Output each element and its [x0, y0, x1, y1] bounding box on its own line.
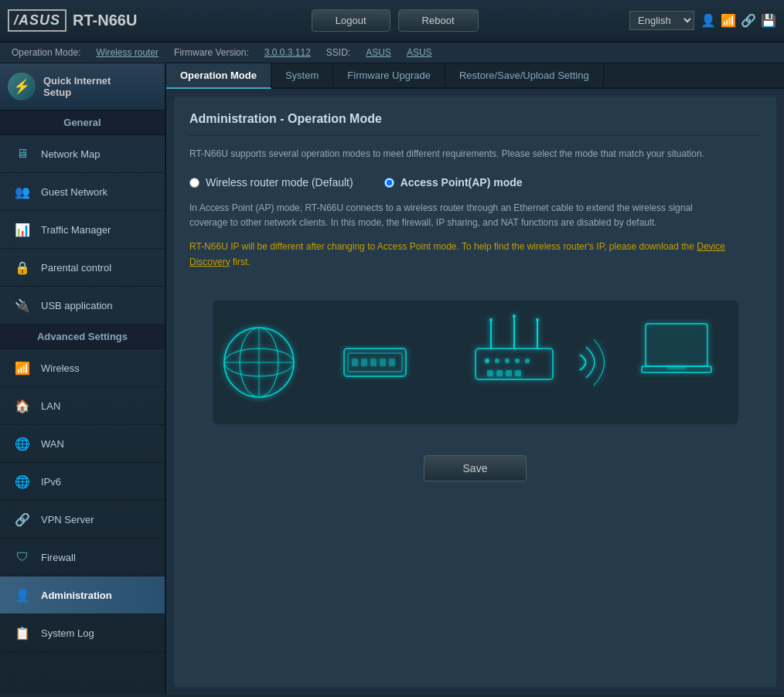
status-bar: Operation Mode: Wireless router Firmware…	[0, 42, 784, 63]
usb-application-icon: 🔌	[12, 294, 33, 316]
vpn-server-icon: 🔗	[12, 508, 33, 530]
sidebar-item-administration[interactable]: 👤 Administration	[0, 576, 165, 614]
sidebar-item-wireless[interactable]: 📶 Wireless	[0, 349, 165, 387]
svg-point-23	[495, 359, 499, 363]
logo-area: /ASUS RT-N66U	[8, 9, 137, 32]
wan-icon: 🌐	[12, 433, 33, 454]
ssid-label: SSID:	[326, 47, 350, 58]
tab-firmware-upgrade[interactable]: Firmware Upgrade	[333, 63, 445, 87]
sidebar-item-label: Parental control	[41, 262, 111, 274]
ssid-value2[interactable]: ASUS	[407, 47, 432, 58]
svg-point-20	[536, 318, 539, 321]
sidebar-item-traffic-manager[interactable]: 📊 Traffic Manager	[0, 211, 165, 249]
sidebar-item-label: Administration	[41, 590, 112, 601]
sidebar-item-network-map[interactable]: 🖥 Network Map	[0, 135, 165, 173]
sidebar-item-label: Wireless	[41, 362, 80, 374]
wireless-router-mode-radio[interactable]	[189, 178, 199, 188]
ap-mode-description: In Access Point (AP) mode, RT-N66U conne…	[189, 201, 731, 230]
sidebar-item-label: LAN	[41, 400, 60, 412]
operation-mode-value[interactable]: Wireless router	[96, 47, 159, 58]
svg-rect-34	[667, 366, 686, 369]
header: /ASUS RT-N66U Logout Reboot English Espa…	[0, 0, 784, 42]
network-diagram	[189, 285, 761, 447]
user-icon[interactable]: 👤	[700, 13, 716, 28]
svg-rect-30	[515, 370, 521, 376]
sidebar-item-system-log[interactable]: 📋 System Log	[0, 614, 165, 652]
svg-point-24	[505, 359, 510, 363]
access-point-mode-radio[interactable]	[384, 178, 394, 188]
operation-mode-label: Operation Mode:	[12, 47, 80, 58]
advanced-section-title: Advanced Settings	[0, 325, 165, 349]
language-select[interactable]: English Español Français	[629, 11, 694, 30]
firmware-value[interactable]: 3.0.0.3.112	[264, 47, 311, 58]
sidebar-item-ipv6[interactable]: 🌐 IPv6	[0, 463, 165, 501]
guest-network-icon: 👥	[12, 181, 33, 202]
svg-rect-13	[389, 359, 395, 366]
sidebar-item-label: Firewall	[41, 552, 76, 563]
svg-rect-10	[361, 359, 367, 366]
sidebar-item-guest-network[interactable]: 👥 Guest Network	[0, 173, 165, 211]
wireless-router-mode-option[interactable]: Wireless router mode (Default)	[189, 176, 353, 189]
access-point-mode-option[interactable]: Access Point(AP) mode	[384, 176, 523, 189]
ipv6-icon: 🌐	[12, 471, 33, 492]
sidebar-item-parental-control[interactable]: 🔒 Parental control	[0, 249, 165, 287]
tab-system[interactable]: System	[271, 63, 333, 87]
warning-text-prefix: RT-N66U IP will be different after chang…	[189, 241, 697, 252]
sidebar-item-wan[interactable]: 🌐 WAN	[0, 425, 165, 463]
parental-control-icon: 🔒	[12, 257, 33, 278]
wireless-icon: 📶	[12, 357, 33, 379]
svg-point-25	[515, 359, 520, 363]
tab-restore-save[interactable]: Restore/Save/Upload Setting	[445, 63, 604, 87]
svg-rect-32	[650, 328, 703, 362]
network-icon: 🔗	[741, 13, 756, 28]
content-area: Operation Mode System Firmware Upgrade R…	[166, 63, 784, 695]
quick-setup-icon: ⚡	[8, 73, 36, 100]
ssid-value1[interactable]: ASUS	[366, 47, 391, 58]
header-icons: 👤 📶 🔗 💾	[700, 13, 776, 28]
sidebar-item-lan[interactable]: 🏠 LAN	[0, 387, 165, 425]
lan-icon: 🏠	[12, 395, 33, 416]
sidebar-item-label: VPN Server	[41, 514, 94, 525]
wifi-status-icon: 📶	[721, 13, 736, 28]
warning-text: RT-N66U IP will be different after chang…	[189, 240, 761, 269]
sidebar-item-label: WAN	[41, 438, 64, 450]
asus-logo: /ASUS	[8, 9, 66, 32]
access-point-mode-label: Access Point(AP) mode	[401, 176, 523, 189]
wireless-router-mode-label: Wireless router mode (Default)	[206, 176, 353, 189]
warning-text-suffix: first.	[230, 257, 251, 267]
svg-point-26	[525, 359, 530, 363]
sidebar-item-label: Guest Network	[41, 186, 107, 198]
usb-icon: 💾	[761, 13, 776, 28]
svg-rect-11	[370, 359, 377, 366]
sidebar-item-firewall[interactable]: 🛡 Firewall	[0, 539, 165, 576]
general-section-title: General	[0, 110, 165, 135]
main-layout: ⚡ Quick InternetSetup General 🖥 Network …	[0, 63, 784, 695]
svg-point-19	[513, 314, 516, 318]
reboot-button[interactable]: Reboot	[398, 9, 479, 32]
page-content: Administration - Operation Mode RT-N66U …	[174, 97, 776, 687]
network-map-icon: 🖥	[12, 143, 33, 165]
svg-rect-12	[380, 359, 386, 366]
svg-point-18	[489, 318, 493, 321]
save-button[interactable]: Save	[424, 455, 527, 481]
tabs: Operation Mode System Firmware Upgrade R…	[166, 63, 784, 89]
administration-icon: 👤	[12, 584, 33, 606]
radio-options: Wireless router mode (Default) Access Po…	[189, 176, 761, 189]
page-title: Administration - Operation Mode	[189, 112, 761, 136]
sidebar-item-usb-application[interactable]: 🔌 USB application	[0, 287, 165, 325]
firmware-label: Firmware Version:	[174, 47, 249, 58]
svg-rect-28	[496, 370, 503, 376]
network-diagram-svg	[213, 301, 738, 424]
header-buttons: Logout Reboot	[160, 9, 629, 32]
quick-setup-label: Quick InternetSetup	[43, 75, 111, 98]
save-button-container: Save	[189, 455, 761, 481]
sidebar-item-label: Network Map	[41, 148, 101, 160]
traffic-manager-icon: 📊	[12, 219, 33, 240]
logout-button[interactable]: Logout	[312, 9, 390, 32]
tab-operation-mode[interactable]: Operation Mode	[166, 63, 271, 89]
page-description: RT-N66U supports several operation modes…	[189, 147, 761, 161]
sidebar-item-vpn-server[interactable]: 🔗 VPN Server	[0, 501, 165, 539]
sidebar: ⚡ Quick InternetSetup General 🖥 Network …	[0, 63, 166, 695]
quick-setup-button[interactable]: ⚡ Quick InternetSetup	[0, 63, 165, 110]
sidebar-item-label: IPv6	[41, 476, 61, 488]
